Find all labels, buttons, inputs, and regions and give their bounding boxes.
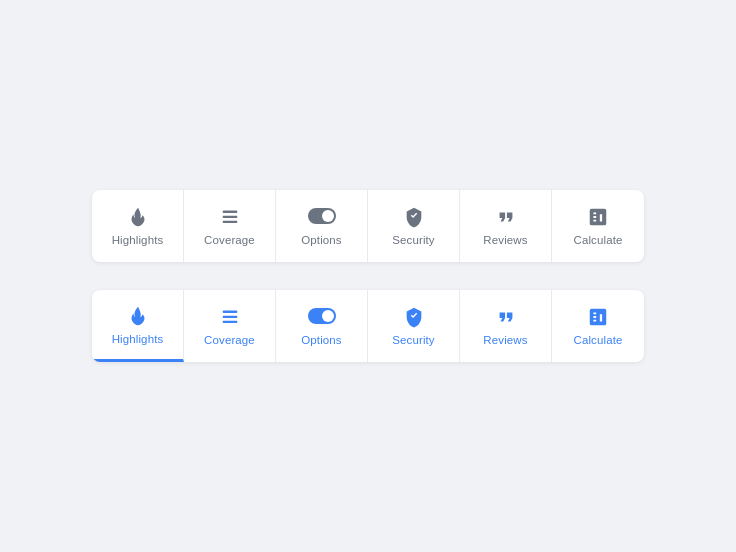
tab-bar-active: Highlights Coverage Options Security Rev… xyxy=(92,290,644,362)
svg-rect-5 xyxy=(222,321,237,323)
tab-reviews-active-label: Reviews xyxy=(483,334,527,346)
toggle-icon-inactive xyxy=(308,206,336,228)
tab-reviews-active[interactable]: Reviews xyxy=(460,290,552,362)
flame-icon-active xyxy=(127,305,149,327)
shield-icon-inactive xyxy=(403,206,425,228)
tab-calculate-inactive-label: Calculate xyxy=(574,234,623,246)
shield-icon-active xyxy=(403,306,425,328)
tab-reviews-inactive[interactable]: Reviews xyxy=(460,190,552,262)
quote-icon-active xyxy=(495,306,517,328)
tab-coverage-active-label: Coverage xyxy=(204,334,255,346)
tab-bar-inactive: Highlights Coverage Options Security Rev… xyxy=(92,190,644,262)
tab-security-active[interactable]: Security xyxy=(368,290,460,362)
tab-highlights-inactive-label: Highlights xyxy=(112,234,164,246)
svg-rect-0 xyxy=(222,211,237,213)
tab-coverage-inactive[interactable]: Coverage xyxy=(184,190,276,262)
tab-coverage-inactive-label: Coverage xyxy=(204,234,255,246)
list-icon-inactive xyxy=(219,206,241,228)
svg-rect-4 xyxy=(222,316,237,318)
tab-calculate-active[interactable]: Calculate xyxy=(552,290,644,362)
tab-security-inactive[interactable]: Security xyxy=(368,190,460,262)
tab-coverage-active[interactable]: Coverage xyxy=(184,290,276,362)
tab-highlights-active-label: Highlights xyxy=(112,333,164,345)
tab-options-active-label: Options xyxy=(301,334,341,346)
tab-options-inactive-label: Options xyxy=(301,234,341,246)
tab-reviews-inactive-label: Reviews xyxy=(483,234,527,246)
tab-options-active[interactable]: Options xyxy=(276,290,368,362)
svg-rect-1 xyxy=(222,216,237,218)
flame-icon xyxy=(127,206,149,228)
tab-highlights-inactive[interactable]: Highlights xyxy=(92,190,184,262)
svg-rect-3 xyxy=(222,311,237,313)
tab-options-inactive[interactable]: Options xyxy=(276,190,368,262)
quote-icon-inactive xyxy=(495,206,517,228)
list-icon-active xyxy=(219,306,241,328)
tab-security-active-label: Security xyxy=(392,334,434,346)
tab-security-inactive-label: Security xyxy=(392,234,434,246)
calculator-icon-active xyxy=(587,306,609,328)
svg-rect-2 xyxy=(222,221,237,223)
tab-calculate-inactive[interactable]: Calculate xyxy=(552,190,644,262)
tab-highlights-active[interactable]: Highlights xyxy=(92,290,184,362)
toggle-icon-active xyxy=(308,306,336,328)
tab-calculate-active-label: Calculate xyxy=(574,334,623,346)
calculator-icon-inactive xyxy=(587,206,609,228)
